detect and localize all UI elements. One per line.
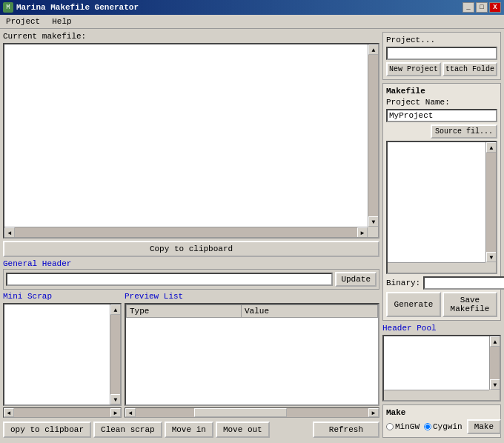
menu-project[interactable]: Project xyxy=(3,16,43,27)
clean-scrap-button[interactable]: Clean scrap xyxy=(93,422,162,438)
mini-scrap-scroll-up[interactable]: ▲ xyxy=(110,304,121,315)
binary-input[interactable] xyxy=(423,276,504,290)
general-header-section: General Header Update xyxy=(3,259,379,290)
project-section-title: Project... xyxy=(386,36,497,44)
preview-type-header: Type xyxy=(127,305,242,318)
maximize-button[interactable]: □ xyxy=(476,2,488,13)
binary-label: Binary: xyxy=(386,279,420,287)
source-scroll-up[interactable]: ▲ xyxy=(486,142,497,153)
app-icon: M xyxy=(3,2,13,13)
binary-row: Binary: xyxy=(386,276,497,290)
general-header-row: Update xyxy=(3,269,379,290)
save-makefile-button[interactable]: Save Makefile xyxy=(442,292,497,317)
makefile-vscrollbar[interactable]: ▲ ▼ xyxy=(368,44,378,227)
source-files-area: ▲ ▼ xyxy=(386,141,497,274)
project-input[interactable] xyxy=(386,47,497,60)
project-name-label: Project Name: xyxy=(386,98,497,107)
scroll-left-arrow[interactable]: ◄ xyxy=(4,227,15,238)
cygwin-option[interactable]: Cygwin xyxy=(424,422,462,431)
attach-folder-button[interactable]: ttach Folde xyxy=(442,62,497,76)
scroll-corner xyxy=(368,227,378,237)
preview-value-header: Value xyxy=(242,305,378,318)
right-panel: Project... New Project ttach Folde Makef… xyxy=(382,32,501,438)
project-name-input[interactable] xyxy=(386,109,497,122)
scroll-down-arrow[interactable]: ▼ xyxy=(368,216,379,227)
mini-scrap-track xyxy=(110,315,120,394)
header-pool-textarea[interactable] xyxy=(384,336,489,390)
title-bar: M Marina Makefile Generator _ □ X xyxy=(0,0,504,15)
mingw-radio[interactable] xyxy=(386,423,394,430)
move-out-button[interactable]: Move out xyxy=(216,422,270,438)
preview-hthumb xyxy=(194,408,288,417)
bottom-row: Mini Scrap ▲ ▼ ◄ ► Previ xyxy=(3,292,379,418)
header-pool-hscrollbar xyxy=(384,390,489,400)
title-text: Marina Makefile Generator xyxy=(16,3,139,12)
header-pool-vscrollbar[interactable]: ▲ ▼ xyxy=(489,336,500,390)
move-in-button[interactable]: Move in xyxy=(165,422,213,438)
refresh-button[interactable]: Refresh xyxy=(313,422,379,438)
header-pool-scroll-down[interactable]: ▼ xyxy=(490,379,500,390)
make-button[interactable]: Make xyxy=(467,419,501,434)
mini-scrap-hscrollbar[interactable]: ◄ ► xyxy=(3,407,122,418)
source-scroll-down[interactable]: ▼ xyxy=(486,252,497,262)
cygwin-radio[interactable] xyxy=(424,423,431,430)
makefile-area-container: ▲ ▼ ◄ ► xyxy=(3,43,379,239)
header-pool-area: ▲ ▼ xyxy=(382,335,501,402)
project-section: Project... New Project ttach Folde xyxy=(382,32,501,80)
mingw-option[interactable]: MinGW xyxy=(386,422,420,431)
title-buttons: _ □ X xyxy=(462,2,501,13)
header-pool-label: Header Pool xyxy=(382,324,501,333)
copy-clipboard-button[interactable]: Copy to clipboard xyxy=(3,241,379,257)
mini-scrap-container: ▲ ▼ xyxy=(3,303,122,406)
preview-hscrollbar[interactable]: ◄ ► xyxy=(125,407,379,418)
minimize-button[interactable]: _ xyxy=(462,2,474,13)
preview-htrack xyxy=(136,408,368,417)
mini-scrap-label: Mini Scrap xyxy=(3,292,122,301)
source-corner xyxy=(485,262,496,273)
scroll-up-arrow[interactable]: ▲ xyxy=(368,44,379,55)
preview-list-panel: Preview List Type Value xyxy=(125,292,379,418)
mini-scrap-textarea[interactable] xyxy=(4,304,110,404)
makefile-section: Makefile Project Name: Source fil... ▲ ▼… xyxy=(382,83,501,321)
header-pool-scroll-up[interactable]: ▲ xyxy=(490,336,500,347)
new-project-button[interactable]: New Project xyxy=(386,62,441,76)
close-button[interactable]: X xyxy=(489,2,501,13)
menu-help[interactable]: Help xyxy=(49,16,74,27)
project-buttons: New Project ttach Folde xyxy=(386,62,497,76)
general-header-input[interactable] xyxy=(6,273,333,286)
makefile-hscrollbar[interactable]: ◄ ► xyxy=(4,227,368,237)
generate-save-row: Generate Save Makefile xyxy=(386,292,497,317)
preview-table: Type Value xyxy=(126,304,378,318)
source-track-v xyxy=(486,153,496,252)
title-bar-left: M Marina Makefile Generator xyxy=(3,2,139,13)
main-content: Current makefile: ▲ ▼ ◄ ► Copy to clipbo… xyxy=(0,29,504,441)
preview-list-container: Type Value xyxy=(125,303,379,406)
mingw-label: MinGW xyxy=(395,422,420,431)
preview-hleft[interactable]: ◄ xyxy=(125,408,136,417)
header-pool-section: Header Pool ▲ ▼ xyxy=(382,324,501,402)
scroll-track-v xyxy=(368,55,378,216)
update-button[interactable]: Update xyxy=(335,272,377,287)
mini-scrap-htrack xyxy=(14,408,110,417)
generate-button[interactable]: Generate xyxy=(386,292,441,317)
source-vscrollbar[interactable]: ▲ ▼ xyxy=(485,142,496,262)
scroll-right-arrow[interactable]: ► xyxy=(357,227,368,238)
current-makefile-label: Current makefile: xyxy=(3,32,379,41)
mini-scrap-hright[interactable]: ► xyxy=(110,408,121,417)
mini-scrap-scroll-down[interactable]: ▼ xyxy=(110,394,121,404)
header-pool-corner xyxy=(489,390,500,400)
menu-bar: Project Help xyxy=(0,15,504,29)
preview-hright[interactable]: ► xyxy=(368,408,379,417)
make-title: Make xyxy=(386,408,497,417)
mini-scrap-panel: Mini Scrap ▲ ▼ ◄ ► xyxy=(3,292,122,418)
mini-scrap-hleft[interactable]: ◄ xyxy=(4,408,14,417)
header-pool-track xyxy=(490,347,500,379)
mini-scrap-vscrollbar[interactable]: ▲ ▼ xyxy=(110,304,120,404)
left-panel: Current makefile: ▲ ▼ ◄ ► Copy to clipbo… xyxy=(3,32,379,438)
copy-to-clipboard-small-button[interactable]: opy to clipboar xyxy=(3,422,91,438)
source-files-button[interactable]: Source fil... xyxy=(431,124,497,139)
source-files-textarea[interactable] xyxy=(388,142,485,262)
makefile-textarea[interactable] xyxy=(4,44,368,227)
preview-list-label: Preview List xyxy=(125,292,379,301)
source-hscrollbar xyxy=(388,262,485,273)
